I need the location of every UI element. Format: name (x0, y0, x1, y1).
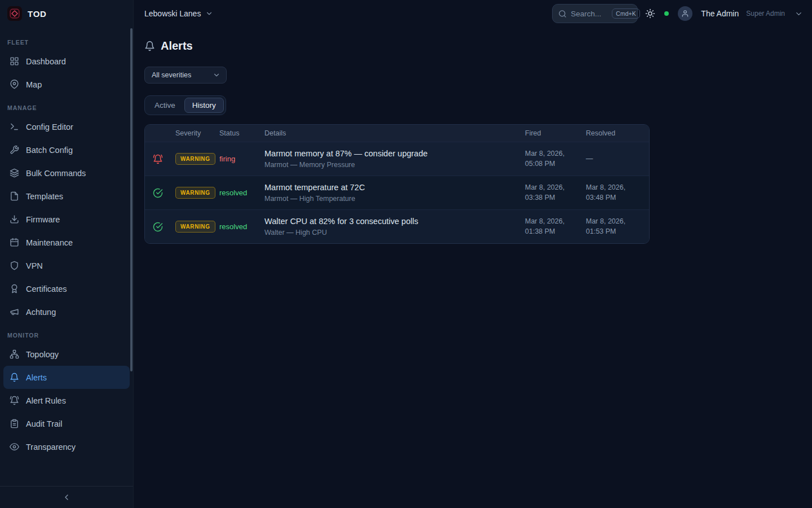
clipboard-icon (10, 419, 19, 428)
alerts-table: Severity Status Details Fired Resolved W… (144, 124, 650, 244)
sidebar-item-label: Certificates (26, 284, 67, 294)
sidebar-item-label: Maintenance (26, 238, 73, 247)
sidebar-item-label: Transparency (26, 443, 76, 452)
sidebar-item-label: Map (26, 80, 42, 89)
chevron-down-icon[interactable] (795, 10, 803, 18)
header-icon-spacer (153, 129, 175, 137)
user-icon (681, 10, 689, 17)
header-severity: Severity (175, 129, 219, 137)
page-title-text: Alerts (161, 40, 193, 52)
alert-icon-cell (153, 154, 175, 164)
sidebar-item-label: Bulk Commands (26, 169, 86, 178)
sidebar-item-label: Alert Rules (26, 396, 66, 405)
sidebar-item-certificates[interactable]: Certificates (3, 277, 130, 300)
header-resolved: Resolved (586, 129, 641, 137)
sidebar-item-dashboard[interactable]: Dashboard (3, 50, 130, 73)
sidebar-item-bulk-commands[interactable]: Bulk Commands (3, 161, 130, 185)
fired-cell: Mar 8, 2026, 01:38 PM (525, 217, 586, 237)
sidebar-scrollbar[interactable] (130, 28, 133, 371)
brand-name: TOD (28, 9, 47, 19)
app-root: TOD FLEET Dashboard Map MANAGE Config Ed… (0, 0, 812, 508)
sidebar-item-firmware[interactable]: Firmware (3, 208, 130, 231)
sidebar-item-label: Achtung (26, 308, 56, 317)
status-cell: resolved (219, 189, 264, 197)
severity-badge: WARNING (175, 153, 215, 165)
search-input[interactable] (571, 10, 608, 18)
calendar-icon (10, 238, 19, 247)
shield-icon (10, 261, 19, 270)
sun-icon[interactable] (645, 8, 655, 19)
sidebar-item-batch-config[interactable]: Batch Config (3, 138, 130, 161)
alert-title: Marmot memory at 87% — consider upgrade (264, 149, 525, 158)
alert-title: Walter CPU at 82% for 3 consecutive poll… (264, 217, 525, 226)
severity-badge: WARNING (175, 187, 215, 199)
wrench-icon (10, 145, 19, 155)
severity-badge: WARNING (175, 221, 215, 233)
alert-icon-cell (153, 188, 175, 198)
layers-icon (10, 168, 19, 178)
details-cell: Marmot temperature at 72C Marmot — High … (264, 183, 525, 203)
check-circle-icon (153, 188, 163, 198)
alert-subtitle: Marmot — Memory Pressure (264, 161, 525, 169)
topbar-right: Cmd+K The Admin Super Admin (552, 4, 803, 23)
user-name: The Admin (701, 9, 739, 18)
sidebar-item-templates[interactable]: Templates (3, 185, 130, 208)
search-shortcut-badge: Cmd+K (612, 8, 639, 19)
resolved-cell: — (586, 154, 641, 164)
sidebar-item-audit-trail[interactable]: Audit Trail (3, 412, 130, 435)
org-selector[interactable]: Lebowski Lanes (144, 9, 213, 18)
table-row[interactable]: WARNING firing Marmot memory at 87% — co… (145, 142, 649, 176)
table-row[interactable]: WARNING resolved Marmot temperature at 7… (145, 176, 649, 209)
sidebar-item-transparency[interactable]: Transparency (3, 435, 130, 458)
sidebar-item-label: Batch Config (26, 146, 73, 155)
sidebar-item-topology[interactable]: Topology (3, 343, 130, 366)
resolved-cell: Mar 8, 2026, 03:48 PM (586, 183, 641, 203)
section-label-monitor: MONITOR (0, 323, 133, 343)
network-icon (10, 349, 19, 359)
sidebar-item-label: Config Editor (26, 122, 73, 132)
status-cell: firing (219, 155, 264, 163)
search-box[interactable]: Cmd+K (552, 4, 638, 23)
sidebar-item-map[interactable]: Map (3, 73, 130, 96)
alert-subtitle: Walter — High CPU (264, 229, 525, 237)
grid-icon (10, 56, 19, 66)
status-cell: resolved (219, 222, 264, 231)
section-label-manage: MANAGE (0, 96, 133, 115)
severity-cell: WARNING (175, 221, 219, 233)
alert-title: Marmot temperature at 72C (264, 183, 525, 192)
chevron-left-icon (62, 493, 71, 502)
severity-filter-dropdown[interactable]: All severities (144, 67, 227, 84)
file-icon (10, 191, 19, 201)
header-fired: Fired (525, 129, 586, 137)
topbar: Lebowski Lanes Cmd+K The Admin Super Adm… (134, 0, 812, 27)
table-header: Severity Status Details Fired Resolved (145, 125, 649, 142)
bell-icon (144, 41, 155, 51)
sidebar-item-label: Dashboard (26, 57, 66, 66)
sidebar-item-alert-rules[interactable]: Alert Rules (3, 389, 130, 412)
eye-icon (10, 442, 19, 452)
sidebar-item-alerts[interactable]: Alerts (3, 366, 130, 389)
sidebar-collapse-button[interactable] (0, 486, 133, 508)
brand-logo-icon (7, 6, 22, 21)
org-name: Lebowski Lanes (144, 9, 201, 18)
content: Alerts All severities Active History Sev… (134, 27, 812, 244)
sidebar-item-vpn[interactable]: VPN (3, 254, 130, 277)
sidebar-item-achtung[interactable]: Achtung (3, 300, 130, 323)
sidebar-item-maintenance[interactable]: Maintenance (3, 231, 130, 254)
alert-icon-cell (153, 222, 175, 232)
table-row[interactable]: WARNING resolved Walter CPU at 82% for 3… (145, 209, 649, 243)
tab-history[interactable]: History (184, 98, 224, 113)
megaphone-icon (10, 307, 19, 317)
sidebar-item-label: VPN (26, 261, 43, 270)
severity-filter-value: All severities (152, 71, 191, 79)
search-icon (558, 10, 567, 18)
resolved-cell: Mar 8, 2026, 01:53 PM (586, 217, 641, 237)
terminal-icon (10, 122, 19, 132)
avatar[interactable] (678, 6, 692, 21)
award-icon (10, 284, 19, 294)
sidebar-item-config-editor[interactable]: Config Editor (3, 115, 130, 138)
brand: TOD (0, 0, 133, 27)
section-label-fleet: FLEET (0, 30, 133, 50)
tab-active[interactable]: Active (147, 98, 183, 113)
download-icon (10, 214, 19, 224)
